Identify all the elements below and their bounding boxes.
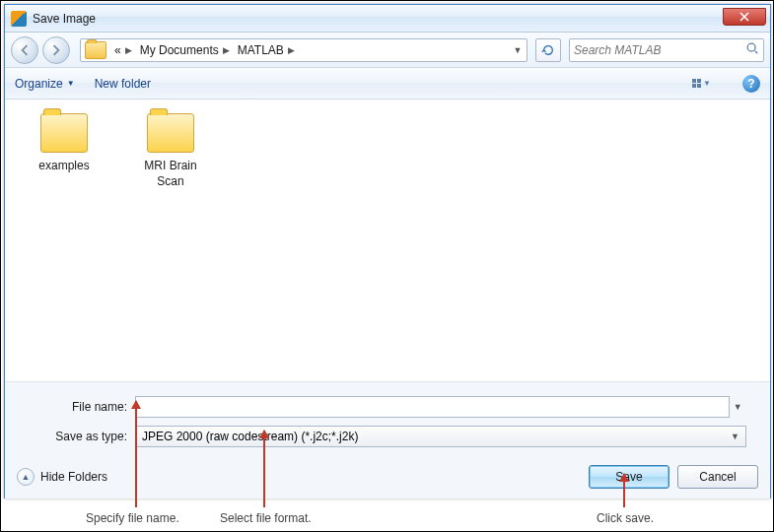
refresh-button[interactable]: [535, 38, 561, 62]
cancel-button[interactable]: Cancel: [677, 465, 758, 489]
search-icon: [745, 41, 759, 58]
annotation-arrow: [623, 474, 625, 507]
folder-label: examples: [25, 159, 104, 174]
address-bar[interactable]: «▶ My Documents▶ MATLAB▶ ▼: [80, 38, 528, 62]
chevron-right-icon: ▶: [288, 45, 295, 55]
folder-item[interactable]: MRI Brain Scan: [131, 113, 210, 189]
search-box[interactable]: [569, 38, 764, 62]
chevron-up-icon: ▲: [17, 468, 35, 486]
help-button[interactable]: ?: [742, 75, 760, 93]
chevron-down-icon: ▼: [731, 432, 739, 441]
search-input[interactable]: [574, 43, 745, 57]
file-name-label: File name:: [17, 400, 135, 414]
folder-icon: [40, 113, 88, 153]
save-type-label: Save as type:: [17, 430, 135, 443]
view-mode-button[interactable]: ▼: [692, 79, 711, 88]
save-type-value: JPEG 2000 (raw codestream) (*.j2c;*.j2k): [142, 430, 358, 443]
annotation-label: Specify file name.: [86, 511, 179, 525]
new-folder-button[interactable]: New folder: [95, 77, 151, 91]
folder-label: MRI Brain Scan: [131, 159, 210, 189]
annotation-label: Select file format.: [220, 511, 312, 525]
chevron-right-icon: ▶: [223, 45, 230, 55]
bottom-panel: File name: ▼ Save as type: JPEG 2000 (ra…: [5, 381, 770, 499]
file-name-dropdown[interactable]: ▼: [730, 402, 746, 412]
arrow-left-icon: [19, 44, 31, 56]
back-button[interactable]: [11, 36, 38, 64]
forward-button[interactable]: [42, 36, 70, 64]
folder-icon: [147, 113, 194, 153]
folder-item[interactable]: examples: [25, 113, 104, 174]
matlab-icon: [11, 11, 27, 27]
annotation-label: Click save.: [597, 511, 654, 525]
organize-button[interactable]: Organize▼: [15, 77, 75, 91]
close-button[interactable]: [723, 8, 766, 26]
breadcrumb-prefix[interactable]: «▶: [110, 39, 136, 61]
annotation-arrow: [263, 431, 265, 507]
view-grid-icon: [692, 79, 701, 88]
file-list: examples MRI Brain Scan: [5, 100, 770, 381]
navbar: «▶ My Documents▶ MATLAB▶ ▼: [5, 33, 770, 68]
breadcrumb-matlab[interactable]: MATLAB▶: [234, 39, 299, 61]
close-icon: [739, 12, 749, 22]
hide-folders-button[interactable]: ▲ Hide Folders: [17, 468, 107, 486]
titlebar: Save Image: [5, 5, 770, 33]
breadcrumb-mydocs[interactable]: My Documents▶: [136, 39, 234, 61]
folder-icon: [85, 41, 106, 59]
window-title: Save Image: [33, 12, 96, 26]
save-type-combo[interactable]: JPEG 2000 (raw codestream) (*.j2c;*.j2k)…: [135, 426, 746, 447]
chevron-down-icon: ▼: [67, 79, 75, 88]
toolbar: Organize▼ New folder ▼ ?: [5, 68, 770, 100]
annotation-arrow: [135, 401, 137, 507]
chevron-down-icon: ▼: [703, 79, 711, 88]
chevron-right-icon: ▶: [125, 45, 132, 55]
arrow-right-icon: [50, 44, 62, 56]
file-name-input[interactable]: [135, 396, 730, 418]
save-dialog: Save Image «▶ My Documents▶ MATLAB▶ ▼: [4, 4, 771, 499]
save-button[interactable]: Save: [589, 465, 669, 489]
address-dropdown[interactable]: ▼: [509, 45, 527, 55]
refresh-icon: [541, 43, 555, 57]
svg-point-0: [747, 43, 755, 51]
